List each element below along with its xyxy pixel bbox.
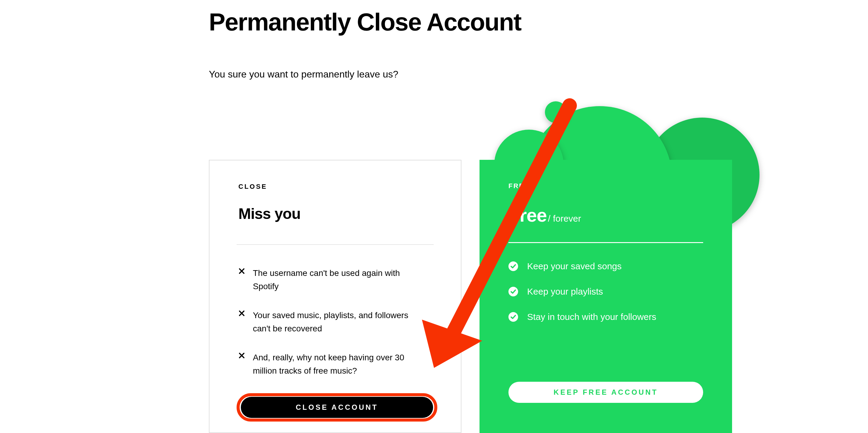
close-panel-label: CLOSE	[239, 183, 432, 191]
free-panel-heading: Free / forever	[508, 204, 703, 226]
free-panel-label: FREE	[508, 182, 703, 190]
close-account-button[interactable]: CLOSE ACCOUNT	[241, 397, 433, 418]
close-item-text: The username can't be used again with Sp…	[253, 266, 415, 293]
list-item: And, really, why not keep having over 30…	[239, 351, 432, 377]
list-item: Keep your playlists	[508, 286, 703, 297]
list-item: Keep your saved songs	[508, 261, 703, 271]
page-title: Permanently Close Account	[209, 8, 521, 36]
list-item: Stay in touch with your followers	[508, 312, 703, 322]
close-item-text: And, really, why not keep having over 30…	[253, 351, 415, 377]
page-subtitle: You sure you want to permanently leave u…	[209, 69, 398, 80]
check-circle-icon	[508, 287, 518, 296]
divider	[237, 244, 434, 245]
list-item: Your saved music, playlists, and followe…	[239, 309, 432, 335]
cloud-decoration	[479, 160, 732, 172]
free-item-text: Keep your playlists	[527, 286, 603, 297]
close-item-text: Your saved music, playlists, and followe…	[253, 309, 415, 335]
free-item-text: Stay in touch with your followers	[527, 312, 656, 322]
free-title: Free	[508, 204, 547, 226]
list-item: The username can't be used again with Sp…	[239, 266, 432, 293]
divider	[508, 242, 703, 243]
keep-free-panel: FREE Free / forever Keep your saved song…	[479, 160, 732, 433]
check-circle-icon	[508, 312, 518, 322]
x-icon	[239, 352, 245, 359]
cloud-decoration	[545, 101, 567, 123]
check-circle-icon	[508, 261, 518, 271]
x-icon	[239, 268, 245, 275]
keep-free-account-button[interactable]: KEEP FREE ACCOUNT	[508, 382, 703, 403]
x-icon	[239, 310, 245, 317]
close-panel-heading: Miss you	[239, 205, 432, 223]
free-item-text: Keep your saved songs	[527, 261, 622, 271]
free-suffix: / forever	[548, 213, 581, 224]
close-account-panel: CLOSE Miss you The username can't be use…	[209, 160, 461, 433]
